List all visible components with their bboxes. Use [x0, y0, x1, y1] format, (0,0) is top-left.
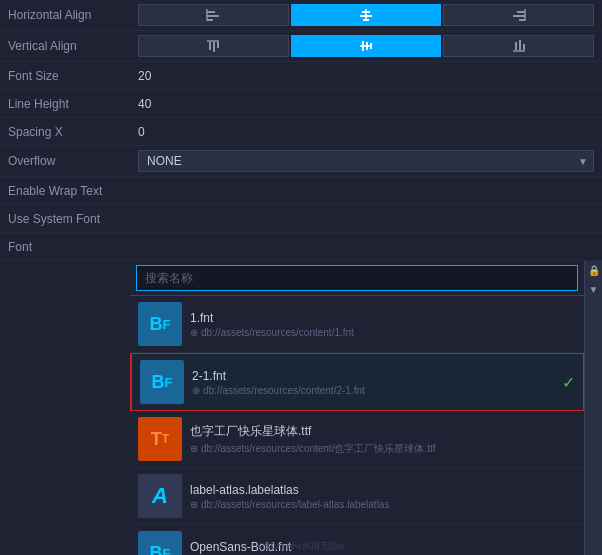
- font-name: 也字工厂快乐星球体.ttf: [190, 423, 576, 440]
- h-align-center[interactable]: [291, 4, 442, 26]
- font-path-text: db://assets/resources/content/2-1.fnt: [203, 385, 365, 396]
- font-icon: A: [138, 474, 182, 518]
- svg-rect-12: [209, 42, 211, 50]
- overflow-label: Overflow: [8, 154, 138, 168]
- overflow-select[interactable]: NONE CLAMP SHRINK RESIZE_HEIGHT: [138, 150, 594, 172]
- svg-rect-13: [213, 42, 215, 52]
- svg-rect-8: [517, 11, 525, 13]
- font-size-row: Font Size 20: [0, 62, 602, 90]
- svg-rect-9: [513, 15, 525, 17]
- font-path-text: db://assets/resources/label-atlas.labela…: [201, 499, 389, 510]
- add-icon: ⊕: [192, 385, 200, 396]
- line-height-label: Line Height: [8, 97, 138, 111]
- font-list-item[interactable]: BFOpenSans-Bold.fnt⊕db://internal/defaul…: [130, 525, 584, 555]
- add-icon: ⊕: [190, 327, 198, 338]
- font-list-item[interactable]: TT也字工厂快乐星球体.ttf⊕db://assets/resources/co…: [130, 411, 584, 468]
- font-list-item[interactable]: BF1.fnt⊕db://assets/resources/content/1.…: [130, 296, 584, 353]
- svg-rect-14: [217, 42, 219, 48]
- font-list-item[interactable]: Alabel-atlas.labelatlas⊕db://assets/reso…: [130, 468, 584, 525]
- font-dropdown-main: BF1.fnt⊕db://assets/resources/content/1.…: [130, 261, 584, 555]
- v-align-bottom[interactable]: [443, 35, 594, 57]
- font-path: ⊕db://assets/resources/content/2-1.fnt: [192, 385, 556, 396]
- font-size-label: Font Size: [8, 69, 138, 83]
- font-info: 也字工厂快乐星球体.ttf⊕db://assets/resources/cont…: [190, 423, 576, 456]
- font-info: 1.fnt⊕db://assets/resources/content/1.fn…: [190, 311, 576, 338]
- use-system-font-label: Use System Font: [8, 212, 138, 226]
- font-info: OpenSans-Bold.fnt⊕db://internal/default_…: [190, 540, 576, 556]
- use-system-font-row: Use System Font: [0, 205, 602, 233]
- font-search-wrapper: [130, 261, 584, 296]
- font-path: ⊕db://assets/resources/label-atlas.label…: [190, 499, 576, 510]
- font-path-text: db://assets/resources/content/也字工厂快乐星球体.…: [201, 442, 436, 456]
- svg-rect-21: [519, 40, 521, 50]
- horizontal-align-label: Horizontal Align: [8, 8, 138, 22]
- font-list-item[interactable]: BF2-1.fnt⊕db://assets/resources/content/…: [130, 353, 584, 411]
- font-icon: BF: [138, 302, 182, 346]
- font-path-text: db://assets/resources/content/1.fnt: [201, 327, 354, 338]
- spacing-x-value: 0: [138, 125, 594, 139]
- h-align-left[interactable]: [138, 4, 289, 26]
- font-icon: BF: [138, 531, 182, 555]
- v-align-middle[interactable]: [291, 35, 442, 57]
- enable-wrap-text-row: Enable Wrap Text: [0, 177, 602, 205]
- font-info: 2-1.fnt⊕db://assets/resources/content/2-…: [192, 369, 556, 396]
- lock-icon: 🔒: [588, 265, 600, 276]
- svg-rect-2: [207, 19, 213, 21]
- svg-rect-10: [519, 19, 525, 21]
- vertical-align-label: Vertical Align: [8, 39, 138, 53]
- overflow-row: Overflow NONE CLAMP SHRINK RESIZE_HEIGHT…: [0, 146, 602, 177]
- horizontal-align-buttons: [138, 4, 594, 26]
- scroll-down-icon[interactable]: ▼: [589, 284, 599, 295]
- font-name: label-atlas.labelatlas: [190, 483, 576, 497]
- line-height-row: Line Height 40: [0, 90, 602, 118]
- font-list: BF1.fnt⊕db://assets/resources/content/1.…: [130, 296, 584, 555]
- font-dropdown-spacer: [0, 261, 130, 555]
- properties-panel: Horizontal Align Vertical Align: [0, 0, 602, 555]
- svg-rect-22: [523, 44, 525, 50]
- checkmark-icon: ✓: [562, 373, 575, 392]
- h-align-right[interactable]: [443, 4, 594, 26]
- font-info: label-atlas.labelatlas⊕db://assets/resou…: [190, 483, 576, 510]
- svg-rect-0: [207, 11, 215, 13]
- font-row: Font: [0, 233, 602, 261]
- line-height-value: 40: [138, 97, 594, 111]
- spacing-x-label: Spacing X: [8, 125, 138, 139]
- font-dropdown-side-icons: 🔒 ▼: [584, 261, 602, 555]
- enable-wrap-text-label: Enable Wrap Text: [8, 184, 138, 198]
- svg-rect-20: [515, 42, 517, 50]
- font-name: OpenSans-Bold.fnt: [190, 540, 576, 554]
- vertical-align-row: Vertical Align: [0, 31, 602, 62]
- overflow-select-wrapper: NONE CLAMP SHRINK RESIZE_HEIGHT ▼: [138, 150, 594, 172]
- font-path: ⊕db://assets/resources/content/也字工厂快乐星球体…: [190, 442, 576, 456]
- add-icon: ⊕: [190, 499, 198, 510]
- horizontal-align-row: Horizontal Align: [0, 0, 602, 31]
- svg-rect-1: [207, 15, 219, 17]
- font-icon: TT: [138, 417, 182, 461]
- font-path: ⊕db://assets/resources/content/1.fnt: [190, 327, 576, 338]
- font-name: 1.fnt: [190, 311, 576, 325]
- font-size-value: 20: [138, 69, 594, 83]
- font-search-input[interactable]: [136, 265, 578, 291]
- vertical-align-buttons: [138, 35, 594, 57]
- font-icon: BF: [140, 360, 184, 404]
- v-align-top[interactable]: [138, 35, 289, 57]
- font-label: Font: [8, 240, 138, 254]
- font-name: 2-1.fnt: [192, 369, 556, 383]
- spacing-x-row: Spacing X 0: [0, 118, 602, 146]
- add-icon: ⊕: [190, 443, 198, 454]
- font-dropdown-container: BF1.fnt⊕db://assets/resources/content/1.…: [0, 261, 602, 555]
